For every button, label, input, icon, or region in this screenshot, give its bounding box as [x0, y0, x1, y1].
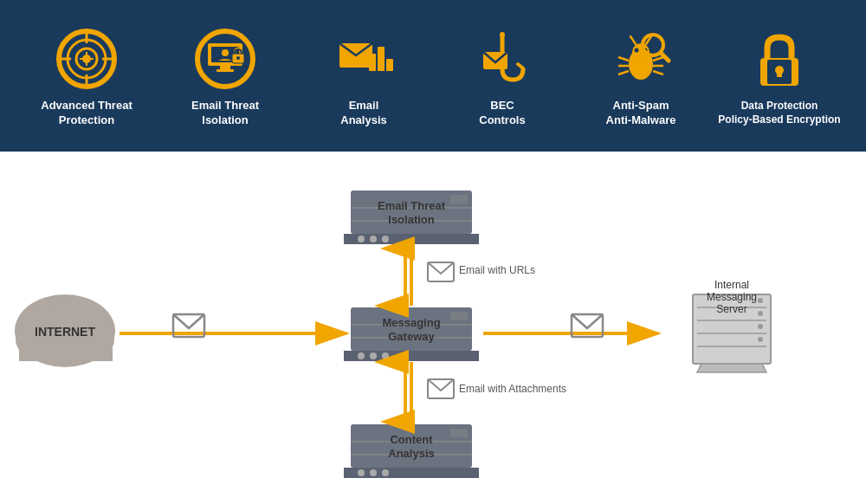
email-attachments-label: Email with Attachments: [459, 383, 566, 395]
svg-point-60: [358, 352, 365, 359]
svg-line-29: [630, 36, 636, 44]
email-urls-label: Email with URLs: [459, 264, 535, 276]
svg-point-13: [222, 49, 229, 56]
svg-rect-43: [777, 70, 782, 77]
svg-rect-21: [378, 47, 385, 71]
content-analysis-label-2: Analysis: [388, 447, 434, 460]
svg-point-79: [358, 236, 365, 242]
server-label-1: Internal: [714, 279, 749, 291]
banner-item-advanced-threat: Advanced Threat Protection: [20, 28, 154, 128]
diagram-area: INTERNET: [0, 152, 866, 504]
email-threat-iso-label-1: Email Threat: [378, 199, 446, 212]
content-analysis-label-1: Content: [390, 433, 433, 446]
email-icon-isolation: [428, 262, 454, 281]
svg-rect-93: [450, 429, 468, 437]
banner-item-bec: BEC Controls: [436, 28, 570, 128]
messaging-gateway-label-1: Messaging: [382, 316, 440, 329]
svg-point-73: [758, 311, 763, 316]
banner-label-antispam: Anti-Spam Anti-Malware: [606, 99, 676, 128]
banner-label-email-analysis: Email Analysis: [340, 99, 386, 128]
banner-item-antispam: Anti-Spam Anti-Malware: [574, 28, 708, 128]
internet-label: INTERNET: [35, 325, 95, 339]
svg-line-34: [653, 57, 663, 61]
svg-point-90: [382, 469, 389, 476]
svg-point-80: [370, 236, 377, 242]
svg-point-24: [500, 32, 505, 37]
bec-icon: [471, 28, 533, 90]
top-banner: Advanced Threat Protection Email Threat …: [0, 0, 866, 152]
svg-rect-65: [450, 312, 468, 320]
banner-label-bec: BEC Controls: [479, 99, 525, 128]
isolation-icon: [194, 28, 256, 90]
lock-icon: [748, 29, 811, 91]
diagram-svg: INTERNET: [0, 152, 866, 504]
server-label-2: Messaging: [707, 291, 757, 303]
svg-point-27: [635, 48, 639, 52]
svg-line-38: [661, 53, 669, 61]
svg-line-33: [618, 71, 629, 74]
banner-label-advanced-threat: Advanced Threat Protection: [41, 99, 132, 128]
svg-point-72: [758, 298, 763, 303]
server-label-3: Server: [716, 303, 746, 315]
svg-point-74: [758, 324, 763, 329]
svg-point-88: [358, 469, 365, 476]
svg-point-61: [370, 352, 377, 359]
svg-line-36: [653, 71, 663, 74]
email-threat-iso-label-2: Isolation: [388, 213, 435, 226]
svg-rect-84: [450, 195, 468, 204]
banner-item-email-analysis: Email Analysis: [297, 28, 431, 128]
bug-icon: [610, 28, 672, 90]
svg-rect-14: [220, 66, 230, 69]
svg-marker-76: [697, 364, 766, 372]
banner-item-email-threat: Email Threat Isolation: [158, 28, 293, 128]
svg-line-31: [618, 57, 629, 61]
banner-label-data-protection: Data Protection Policy-Based Encryption: [718, 100, 840, 126]
svg-rect-15: [216, 69, 234, 72]
svg-rect-22: [386, 59, 393, 71]
target-icon: [55, 28, 118, 90]
svg-point-62: [382, 352, 389, 359]
svg-point-89: [370, 469, 377, 476]
svg-point-75: [758, 337, 763, 342]
email-icon-content: [428, 379, 454, 398]
svg-rect-20: [369, 54, 376, 71]
svg-point-81: [382, 236, 389, 242]
email-analysis-icon: [333, 28, 395, 90]
banner-label-email-threat: Email Threat Isolation: [191, 99, 259, 128]
messaging-gateway-label-2: Gateway: [388, 330, 435, 343]
banner-item-data-protection: Data Protection Policy-Based Encryption: [713, 29, 847, 126]
svg-point-18: [236, 56, 240, 60]
